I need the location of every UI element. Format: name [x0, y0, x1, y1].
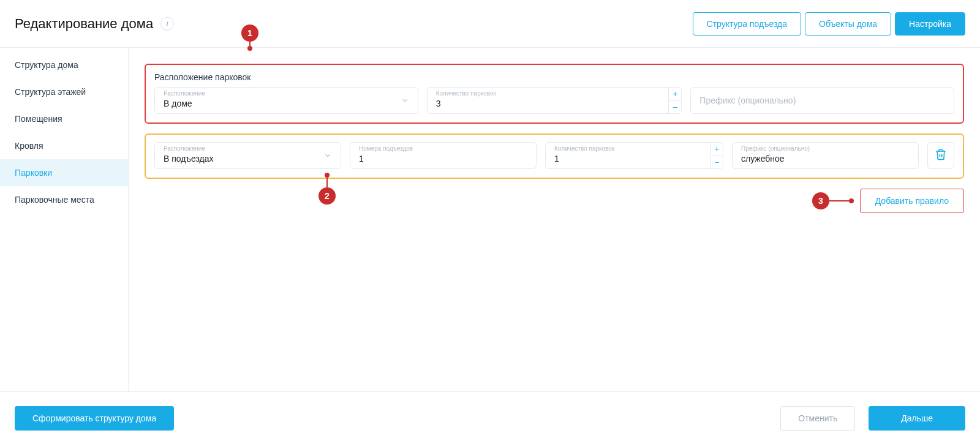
- info-icon[interactable]: i: [160, 17, 174, 31]
- add-rule-button[interactable]: Добавить правило: [860, 189, 964, 213]
- trash-icon: [935, 148, 947, 163]
- stepper-down[interactable]: −: [711, 156, 723, 169]
- parking-count-stepper[interactable]: Количество парковок 3 + −: [427, 87, 682, 114]
- parking-count-stepper[interactable]: Количество парковок 1 + −: [545, 142, 723, 169]
- field-label: Расположение: [164, 90, 205, 97]
- location-select[interactable]: Расположение В доме: [154, 87, 418, 114]
- callout-dot: [247, 46, 252, 51]
- sidebar-item-roof[interactable]: Кровля: [0, 132, 128, 159]
- tab-settings[interactable]: Настройка: [895, 12, 965, 36]
- callout-connector: [829, 200, 850, 201]
- callout-marker-3: 3: [812, 192, 829, 209]
- panel-parking-1: Расположение парковок Расположение В дом…: [145, 64, 964, 124]
- field-label: Количество парковок: [554, 145, 614, 152]
- chevron-down-icon: [401, 96, 409, 105]
- field-placeholder: Префикс (опционально): [699, 96, 796, 105]
- sidebar: Структура дома Структура этажей Помещени…: [0, 48, 129, 391]
- field-label: Количество парковок: [436, 90, 496, 97]
- stepper-down[interactable]: −: [669, 101, 681, 114]
- page-title: Редактирование дома: [15, 16, 153, 32]
- next-button[interactable]: Дальше: [869, 406, 965, 431]
- tab-entrance-structure[interactable]: Структура подъезда: [693, 12, 802, 36]
- prefix-input[interactable]: Префикс (опционально): [690, 87, 954, 114]
- chevron-down-icon: [323, 151, 332, 160]
- sidebar-item-rooms[interactable]: Помещения: [0, 105, 128, 132]
- prefix-input[interactable]: Префикс (опционально) служебное: [732, 142, 919, 169]
- build-structure-button[interactable]: Сформировать структуру дома: [15, 406, 174, 431]
- panel-parking-2: Расположение В подъездах Номера подъездо…: [145, 134, 964, 179]
- stepper-up[interactable]: +: [669, 88, 681, 101]
- sidebar-item-parking-places[interactable]: Парковочные места: [0, 186, 128, 213]
- field-label: Номера подъездов: [359, 145, 413, 152]
- stepper-up[interactable]: +: [711, 143, 723, 156]
- callout-dot: [849, 198, 854, 203]
- sidebar-item-house-structure[interactable]: Структура дома: [0, 51, 128, 78]
- sidebar-item-parking[interactable]: Парковки: [0, 159, 128, 186]
- location-select[interactable]: Расположение В подъездах: [154, 142, 341, 169]
- field-label: Расположение: [164, 145, 205, 152]
- field-label: Префикс (опционально): [741, 145, 810, 152]
- sidebar-item-floor-structure[interactable]: Структура этажей: [0, 78, 128, 105]
- entrance-numbers-input[interactable]: Номера подъездов 1: [350, 142, 537, 169]
- cancel-button[interactable]: Отменить: [780, 406, 855, 431]
- delete-button[interactable]: [927, 142, 954, 169]
- callout-marker-1: 1: [241, 24, 258, 42]
- panel-title: Расположение парковок: [154, 72, 954, 82]
- tab-house-objects[interactable]: Объекты дома: [805, 12, 891, 36]
- callout-marker-2: 2: [318, 187, 336, 205]
- callout-dot: [325, 173, 330, 178]
